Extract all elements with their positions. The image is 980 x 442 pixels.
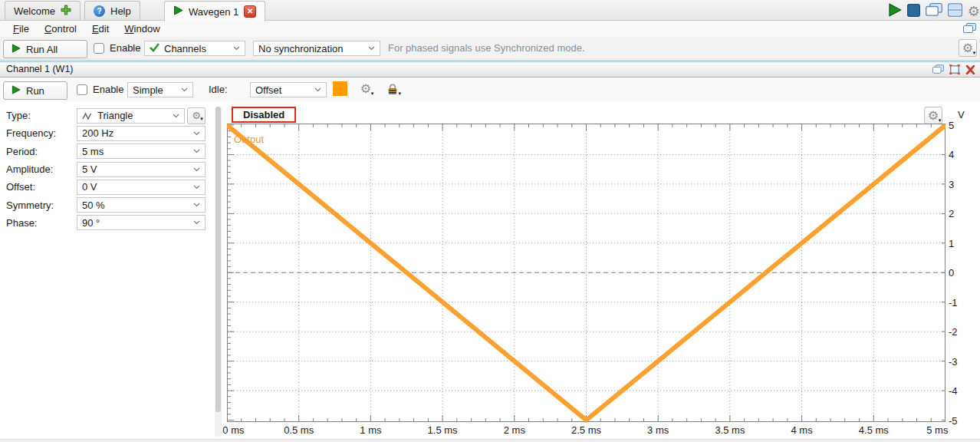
check-icon xyxy=(150,43,159,54)
play-icon xyxy=(173,5,183,18)
amplitude-label: Amplitude: xyxy=(6,163,77,175)
menu-window[interactable]: Window xyxy=(117,23,166,35)
waveform-plot[interactable] xyxy=(227,124,945,423)
channel-title: Channel 1 (W1) xyxy=(6,64,74,74)
triangle-wave-icon xyxy=(82,111,93,120)
menu-edit[interactable]: Edit xyxy=(85,23,116,35)
x-tick-label: 3 ms xyxy=(647,424,669,436)
tab-welcome[interactable]: Welcome xyxy=(5,1,81,20)
y-axis-unit-label: V xyxy=(958,109,965,120)
float-window-icon[interactable] xyxy=(932,64,944,77)
mode-value: Simple xyxy=(133,84,176,96)
cascade-windows-icon-small[interactable] xyxy=(963,23,976,36)
type-label: Type: xyxy=(6,110,77,121)
lock-icon[interactable]: ▾ xyxy=(384,81,401,97)
amplitude-select[interactable]: 5 V xyxy=(77,162,206,177)
offset-label: Offset: xyxy=(6,181,77,193)
run-all-label: Run All xyxy=(26,44,58,55)
x-tick-label: 4.5 ms xyxy=(859,424,889,436)
chevron-down-icon xyxy=(193,131,200,136)
frequency-label: Frequency: xyxy=(6,127,77,139)
run-all-button[interactable]: Run All xyxy=(3,40,87,58)
tab-help-label: Help xyxy=(110,5,131,17)
chevron-down-icon xyxy=(193,203,200,207)
run-all-icon[interactable] xyxy=(888,3,902,19)
gear-icon: ⚙▾ xyxy=(928,110,939,122)
scrollbar-thumb[interactable] xyxy=(215,107,221,412)
chevron-down-icon xyxy=(193,167,200,172)
synchronization-select[interactable]: No synchronization xyxy=(253,41,380,56)
chevron-down-icon xyxy=(193,220,200,225)
tab-wavegen-label: Wavegen 1 xyxy=(189,6,238,18)
channel-settings-gear-icon[interactable]: ⚙▾ xyxy=(357,81,374,97)
maximize-icon[interactable] xyxy=(949,64,960,77)
x-tick-label: 1 ms xyxy=(360,424,381,436)
close-icon[interactable]: ✕ xyxy=(244,5,256,18)
tab-welcome-label: Welcome xyxy=(14,5,55,17)
channels-value: Channels xyxy=(164,43,229,54)
x-tick-label: 5 ms xyxy=(926,424,948,436)
channel-color-swatch[interactable] xyxy=(333,81,347,96)
wavegen-window: Welcome ? Help Wavegen 1 ✕ ⚙ File Contro… xyxy=(0,0,980,442)
menu-control[interactable]: Control xyxy=(38,23,84,35)
enable-checkbox[interactable] xyxy=(77,84,87,95)
cascade-windows-icon[interactable] xyxy=(926,3,942,19)
status-badge: Disabled xyxy=(232,107,296,123)
plot-options-button[interactable]: ⚙▾ xyxy=(924,107,942,124)
phase-value: 90 ° xyxy=(82,217,189,229)
trace-label: Output xyxy=(234,134,264,145)
channel-header[interactable]: Channel 1 (W1) xyxy=(0,61,980,78)
tab-help[interactable]: ? Help xyxy=(84,1,140,20)
menu-bar: File Control Edit Window xyxy=(0,21,980,37)
mode-select[interactable]: Simple xyxy=(127,82,193,97)
window-bottom-edge xyxy=(0,439,980,442)
type-select[interactable]: Triangle xyxy=(77,108,185,124)
phase-select[interactable]: 90 ° xyxy=(77,215,206,230)
chevron-down-icon xyxy=(314,87,321,92)
amplitude-value: 5 V xyxy=(82,163,189,175)
enable-checkbox[interactable] xyxy=(94,43,104,54)
stop-all-icon[interactable] xyxy=(907,4,920,19)
wavegen-options-button[interactable]: ⚙▾ xyxy=(959,39,977,57)
play-icon xyxy=(12,44,21,55)
y-tick-label: 2 xyxy=(949,208,954,219)
x-tick-label: 2.5 ms xyxy=(571,424,601,436)
y-tick-label: -1 xyxy=(949,297,958,308)
channel-toolbar: Run Enable Simple Idle: Offset ⚙▾ ▾ xyxy=(0,78,980,101)
sync-hint-text: For phased signals use Synchronized mode… xyxy=(388,42,585,54)
idle-select[interactable]: Offset xyxy=(250,82,327,97)
field-row-offset: Offset:0 V xyxy=(0,178,212,196)
channels-select[interactable]: Channels xyxy=(144,41,245,56)
period-value: 5 ms xyxy=(82,146,189,157)
symmetry-label: Symmetry: xyxy=(6,200,77,211)
x-tick-label: 3.5 ms xyxy=(715,424,745,436)
idle-label: Idle: xyxy=(209,84,228,95)
main-toolbar: Run All Enable Channels No synchronizati… xyxy=(0,37,980,61)
y-tick-label: 5 xyxy=(949,120,954,131)
close-channel-icon[interactable] xyxy=(965,65,975,77)
add-icon[interactable] xyxy=(61,5,71,18)
generator-fields: Type:Triangle⚙▾Frequency:200 HzPeriod:5 … xyxy=(0,107,212,232)
type-settings-gear-icon[interactable]: ⚙▾ xyxy=(187,107,206,124)
tab-strip: Welcome ? Help Wavegen 1 ✕ ⚙ xyxy=(0,0,980,21)
run-button[interactable]: Run xyxy=(3,81,67,100)
settings-gear-icon[interactable]: ⚙ xyxy=(968,5,980,18)
symmetry-select[interactable]: 50 % xyxy=(77,197,206,213)
fields-scrollbar[interactable] xyxy=(215,107,222,437)
titlebar-icons: ⚙ xyxy=(888,3,980,19)
field-row-phase: Phase:90 ° xyxy=(0,214,212,232)
period-label: Period: xyxy=(6,146,77,157)
period-select[interactable]: 5 ms xyxy=(77,143,206,159)
chevron-down-icon xyxy=(233,46,240,51)
field-row-symmetry: Symmetry:50 % xyxy=(0,196,212,213)
tile-windows-icon[interactable] xyxy=(948,3,962,19)
y-tick-label: 1 xyxy=(949,238,954,249)
offset-select[interactable]: 0 V xyxy=(77,180,206,195)
menu-file[interactable]: File xyxy=(6,23,36,35)
run-label: Run xyxy=(26,85,44,97)
x-tick-label: 0.5 ms xyxy=(284,424,314,436)
field-row-frequency: Frequency:200 Hz xyxy=(0,124,212,142)
tab-wavegen-1[interactable]: Wavegen 1 ✕ xyxy=(164,1,265,21)
frequency-select[interactable]: 200 Hz xyxy=(77,126,206,141)
chevron-down-icon xyxy=(173,114,179,118)
